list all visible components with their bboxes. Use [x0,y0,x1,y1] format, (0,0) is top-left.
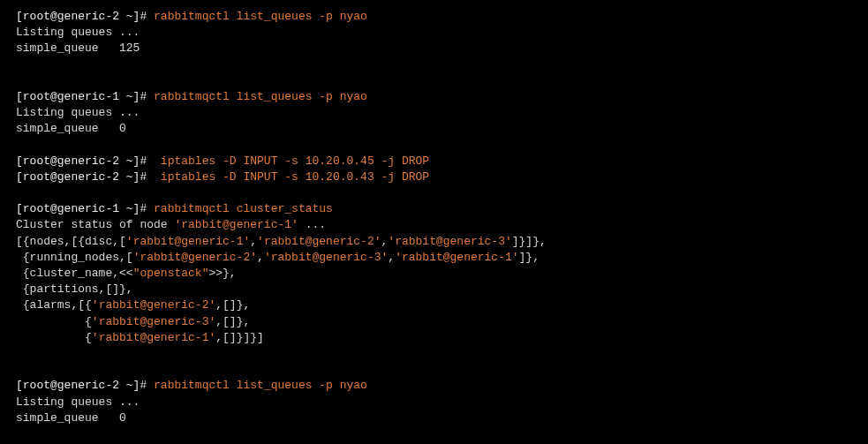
output-line: {cluster_name,<<"openstack">>}, [16,266,852,282]
output-text: Listing queues ... [16,26,140,39]
string-literal: "openstack" [133,267,209,280]
output-line: simple_queue 0 [16,410,852,426]
output-text: { [16,315,92,328]
blank-line [16,138,852,154]
command-line[interactable]: [root@generic-1 ~]# rabbitmqctl list_que… [16,89,852,105]
typed-command: rabbitmqctl list_queues -p nyao [147,379,367,392]
output-text: { [16,331,92,344]
blank-line [16,73,852,89]
prompt: [root@generic-2 ~] [16,10,140,23]
typed-command: rabbitmqctl list_queues -p nyao [147,10,367,23]
command-line[interactable]: [root@generic-1 ~]# rabbitmqctl cluster_… [16,201,852,217]
string-literal: 'rabbit@generic-1' [92,331,215,344]
output-line: Listing queues ... [16,395,852,410]
string-literal: 'rabbit@generic-2' [92,298,215,312]
output-line: {'rabbit@generic-1',[]}]}] [16,330,852,346]
output-text: , [250,235,257,248]
output-text: Listing queues ... [16,106,140,119]
prompt: [root@generic-2 ~] [16,379,140,392]
output-text: >>}, [208,267,236,280]
output-line: simple_queue 125 [16,41,852,56]
command-line[interactable]: [root@generic-2 ~]# rabbitmqctl list_que… [16,378,852,394]
output-text: Cluster status of node [16,218,174,231]
string-literal: 'rabbit@generic-3' [264,251,388,264]
string-literal: 'rabbit@generic-2' [133,251,257,264]
output-line: Cluster status of node 'rabbit@generic-1… [16,217,852,233]
output-text: ]}, [519,251,540,264]
command-line[interactable]: [root@generic-2 ~]# rabbitmqctl list_que… [16,9,852,25]
output-text: ... [298,218,326,231]
prompt: [root@generic-2 ~] [16,170,140,184]
output-text: Listing queues ... [16,395,140,409]
output-text: {cluster_name,<< [16,267,133,280]
blank-line [16,185,852,201]
blank-line [16,426,852,442]
output-text: {alarms,[{ [16,298,92,312]
output-line: {partitions,[]}, [16,282,852,297]
string-literal: 'rabbit@generic-1' [395,251,518,264]
string-literal: 'rabbit@generic-3' [92,315,215,328]
output-text: {partitions,[]}, [16,282,133,296]
string-literal: 'rabbit@generic-2' [257,235,381,248]
typed-command: iptables -D INPUT -s 10.20.0.45 -j DROP [147,154,429,168]
typed-command: rabbitmqctl list_queues -p nyao [147,90,367,103]
prompt: [root@generic-2 ~] [16,154,140,168]
output-text: ,[]}, [215,315,250,328]
output-text: [{nodes,[{disc,[ [16,235,126,248]
blank-line [16,346,852,362]
blank-line [16,57,852,73]
output-line: simple_queue 0 [16,121,852,137]
prompt: [root@generic-1 ~] [16,90,140,103]
typed-command: rabbitmqctl cluster_status [147,202,333,215]
output-line: {running_nodes,['rabbit@generic-2','rabb… [16,250,852,266]
output-text: ]}]}, [512,235,547,248]
prompt: [root@generic-1 ~] [16,202,140,215]
output-text: simple_queue 0 [16,122,126,135]
command-line[interactable]: [root@generic-2 ~]# iptables -D INPUT -s… [16,154,852,169]
output-text: simple_queue 125 [16,41,140,55]
output-line: [{nodes,[{disc,['rabbit@generic-1','rabb… [16,234,852,250]
output-text: simple_queue 0 [16,411,126,425]
output-line: {'rabbit@generic-3',[]}, [16,314,852,330]
output-line: Listing queues ... [16,105,852,121]
output-text: ,[]}, [215,298,250,312]
output-line: Listing queues ... [16,25,852,41]
output-line: {alarms,[{'rabbit@generic-2',[]}, [16,297,852,313]
command-line[interactable]: [root@generic-2 ~]# iptables -D INPUT -s… [16,169,852,185]
output-text: , [388,251,395,264]
blank-line [16,362,852,378]
output-text: {running_nodes,[ [16,251,133,264]
terminal-output: [root@generic-2 ~]# rabbitmqctl list_que… [16,9,852,444]
output-text: ,[]}]}] [215,331,264,344]
output-text: , [257,251,264,264]
typed-command: iptables -D INPUT -s 10.20.0.43 -j DROP [147,170,429,184]
string-literal: 'rabbit@generic-3' [388,235,511,248]
string-literal: 'rabbit@generic-1' [126,235,250,248]
string-literal: 'rabbit@generic-1' [174,218,298,231]
